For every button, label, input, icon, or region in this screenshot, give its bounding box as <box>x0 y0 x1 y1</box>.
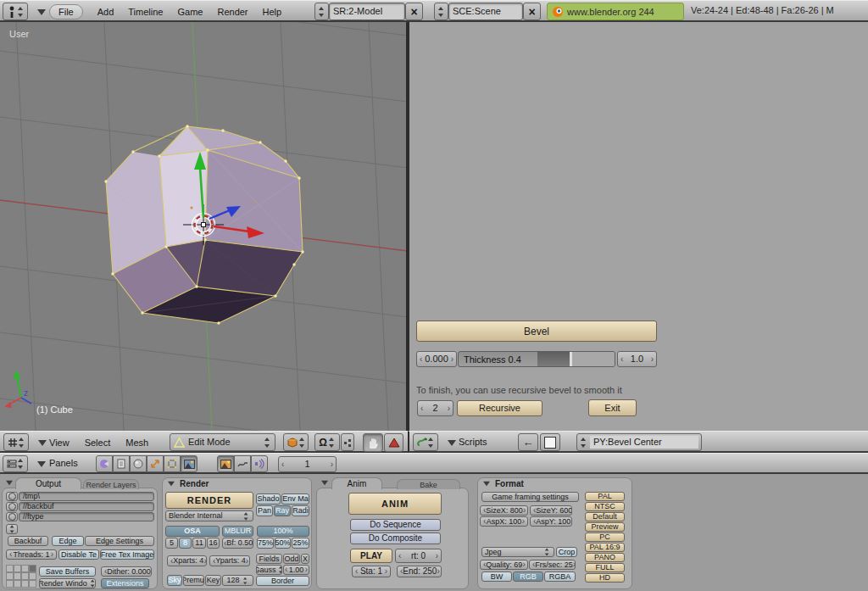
ftype-path-field[interactable]: //ftype <box>19 512 154 521</box>
pivot-button[interactable]: Ω <box>314 433 340 451</box>
format-preset-button[interactable]: NTSC <box>585 502 625 511</box>
object-context-button[interactable] <box>147 455 164 472</box>
format-preset-button[interactable]: PAL <box>585 492 625 501</box>
start-frame-stepper[interactable]: Sta: 1 <box>352 566 391 577</box>
new-window-button[interactable] <box>540 433 560 451</box>
size-x-stepper[interactable]: SizeX: 800 <box>480 505 528 516</box>
exit-button[interactable]: Exit <box>588 399 637 416</box>
snap-widget-button[interactable] <box>341 433 354 451</box>
tab-render-layers[interactable]: Render Layers <box>83 479 139 489</box>
dither-stepper[interactable]: Dither: 0.000 <box>101 566 152 577</box>
draw-type-button[interactable] <box>283 433 309 451</box>
scene-selector[interactable]: SCE:Scene <box>448 3 523 20</box>
tab-output[interactable]: Output <box>15 477 81 489</box>
osa-16-button[interactable]: 16 <box>207 538 220 549</box>
scripts-menu[interactable]: Scripts <box>459 437 487 447</box>
free-tex-toggle[interactable]: Free Tex Image <box>100 549 154 560</box>
back-button[interactable]: ← <box>518 433 538 451</box>
screen-selector[interactable]: SR:2-Model <box>329 3 405 20</box>
save-buffers-toggle[interactable]: Save Buffers <box>39 566 96 577</box>
format-preset-button[interactable]: PANO <box>585 553 625 562</box>
header-collapse-icon[interactable] <box>37 461 46 467</box>
recursive-button[interactable]: Recursive <box>457 400 542 416</box>
size-50-button[interactable]: 50% <box>275 538 291 549</box>
asp-x-stepper[interactable]: AspX: 100 <box>480 516 528 527</box>
do-composite-toggle[interactable]: Do Composite <box>350 532 441 544</box>
path-icon-button[interactable] <box>6 502 18 511</box>
border-toggle[interactable]: Border <box>256 576 309 586</box>
fields-x-toggle[interactable]: X <box>301 554 309 564</box>
yparts-stepper[interactable]: Yparts: 4 <box>209 555 250 566</box>
format-preset-button[interactable]: PC <box>585 532 625 542</box>
osa-toggle[interactable]: OSA <box>165 526 220 537</box>
ray-toggle[interactable]: Ray <box>274 505 291 516</box>
asp-y-stepper[interactable]: AspY: 100 <box>530 516 572 527</box>
disable-tex-toggle[interactable]: Disable Te <box>58 549 99 560</box>
menu-item[interactable]: Select <box>85 438 111 448</box>
script-context-button[interactable] <box>113 455 130 472</box>
format-preset-button[interactable]: HD <box>585 573 625 583</box>
threads-stepper[interactable]: Threads: 1 <box>6 549 57 560</box>
menu-item[interactable]: Game <box>177 7 203 17</box>
header-collapse-icon[interactable] <box>448 440 456 446</box>
script-selector[interactable]: PY:Bevel Center <box>576 433 702 451</box>
panels-menu[interactable]: Panels <box>49 458 78 468</box>
screen-close-button[interactable]: × <box>405 3 423 20</box>
envmap-toggle[interactable]: Env Ma <box>281 493 309 505</box>
key-toggle[interactable]: Key <box>205 575 221 586</box>
render-subcontext-button[interactable] <box>217 455 234 472</box>
header-collapse-icon[interactable] <box>38 440 47 446</box>
rgba-toggle[interactable]: RGBA <box>544 571 576 582</box>
fps-stepper[interactable]: Frs/sec: 25 <box>529 560 576 570</box>
odd-toggle[interactable]: Odd <box>283 554 300 564</box>
scene-selector-stepper[interactable] <box>434 3 448 20</box>
filter-dropdown[interactable]: Gauss <box>256 565 282 575</box>
screen-selector-stepper[interactable] <box>314 3 329 20</box>
sound-subcontext-button[interactable] <box>251 455 268 472</box>
filetype-dropdown[interactable]: Jpeg <box>481 547 554 557</box>
shadow-toggle[interactable]: Shado <box>256 493 281 505</box>
path-icon-button[interactable] <box>6 512 18 521</box>
panel-collapse-icon[interactable] <box>321 481 328 486</box>
frame-number-stepper[interactable]: 1 <box>278 456 337 472</box>
3d-viewport[interactable]: z User (1) Cube <box>0 22 408 431</box>
backbuf-toggle[interactable]: Backbuf <box>8 536 48 546</box>
scripts-editor-type-button[interactable] <box>413 433 438 451</box>
bw-toggle[interactable]: BW <box>481 571 512 582</box>
size-75-button[interactable]: 75% <box>257 538 274 549</box>
osa-5-button[interactable]: 5 <box>165 538 178 549</box>
menu-item[interactable]: Add <box>97 7 114 17</box>
tab-anim[interactable]: Anim <box>331 477 382 489</box>
editor-type-button[interactable] <box>3 3 28 20</box>
bevel-min-field[interactable]: 0.000 <box>416 351 457 367</box>
pano-toggle[interactable]: Pan <box>256 505 273 516</box>
menu-item[interactable]: View <box>49 438 70 448</box>
menu-item[interactable]: Timeline <box>128 7 163 17</box>
mode-dropdown[interactable]: Edit Mode <box>170 433 275 451</box>
rgb-toggle[interactable]: RGB <box>513 571 543 582</box>
sky-toggle[interactable]: Sky <box>167 575 182 586</box>
render-path-field[interactable]: /tmp\ <box>19 492 154 501</box>
sequencer-subcontext-button[interactable] <box>234 455 251 472</box>
menu-item[interactable]: Mesh <box>125 438 148 448</box>
render-window-dropdown[interactable]: Render Windo <box>39 578 96 588</box>
engine-dropdown[interactable]: Blender Internal <box>165 510 253 521</box>
menu-collapse-icon[interactable] <box>37 9 46 15</box>
size-y-stepper[interactable]: SizeY: 600 <box>530 505 572 516</box>
format-preset-button[interactable]: Preview <box>585 522 625 532</box>
scale-manipulator-button[interactable] <box>384 433 403 452</box>
extensions-toggle[interactable]: Extensions <box>101 578 149 588</box>
end-frame-stepper[interactable]: End: 250 <box>397 566 442 577</box>
buttons-editor-type-button[interactable] <box>3 455 28 472</box>
scene-context-button[interactable] <box>181 455 198 472</box>
format-preset-button[interactable]: PAL 16:9 <box>585 543 625 552</box>
rt-stepper[interactable]: rt: 0 <box>395 549 442 563</box>
menu-item[interactable]: File <box>49 4 83 20</box>
crop-toggle[interactable]: Crop <box>556 547 577 557</box>
bevel-max-field[interactable]: 1.0 <box>617 351 657 367</box>
backbuf-path-field[interactable]: //backbuf <box>19 502 154 511</box>
premul-toggle[interactable]: Premul <box>183 575 204 586</box>
panel-collapse-icon[interactable] <box>483 482 490 487</box>
menu-item[interactable]: Help <box>263 7 282 17</box>
tab-bake[interactable]: Bake <box>397 479 460 489</box>
